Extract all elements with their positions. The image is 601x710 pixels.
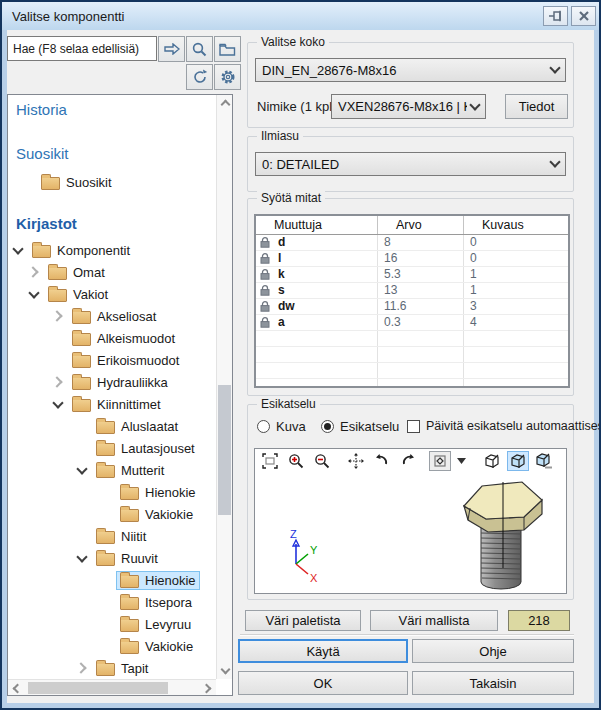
table-row[interactable]: a0.34: [256, 315, 568, 331]
pin-button[interactable]: [543, 6, 568, 26]
chevron-expanded-icon[interactable]: [24, 292, 44, 297]
column-header: Kuvaus: [464, 216, 568, 234]
esikatselu-radio[interactable]: [321, 420, 334, 433]
zoom-in-icon[interactable]: [285, 451, 307, 471]
scroll-right-icon[interactable]: [200, 680, 216, 696]
ok-button[interactable]: OK: [238, 671, 408, 695]
tree-section-kirjastot[interactable]: Kirjastot: [16, 215, 77, 232]
size-combobox[interactable]: DIN_EN_28676-M8x16: [255, 58, 566, 82]
chevron-collapsed-icon[interactable]: [48, 312, 68, 320]
chevron-expanded-icon[interactable]: [72, 556, 92, 561]
tree-section-historia[interactable]: Historia: [16, 101, 67, 118]
tree-item-aluslaatat[interactable]: Aluslaatat: [8, 415, 216, 437]
nimike-combobox[interactable]: VXEN28676-M8x16 | Kuusic: [331, 94, 486, 119]
fit-view-icon[interactable]: [259, 451, 281, 471]
vari-paletista-button[interactable]: Väri paletista: [245, 610, 361, 631]
tree-item-hienokie[interactable]: Hienokie: [8, 569, 216, 591]
zoom-out-icon[interactable]: [311, 451, 333, 471]
tree-item-vakiokie[interactable]: Vakiokie: [8, 503, 216, 525]
ilmiasu-value: 0: DETAILED: [262, 157, 547, 172]
tree-item-vakiokie[interactable]: Vakiokie: [8, 635, 216, 657]
tree-item-komponentit[interactable]: Komponentit: [8, 239, 216, 261]
tree-item-ruuvit[interactable]: Ruuvit: [8, 547, 216, 569]
refresh-button[interactable]: [186, 64, 213, 90]
scroll-thumb[interactable]: [218, 385, 231, 515]
tree-item-erikoismuodot[interactable]: Erikoismuodot: [8, 349, 216, 371]
tree-items: KomponentitOmatVakiotAkseliosatAlkeismuo…: [8, 239, 216, 679]
table-row[interactable]: s131: [256, 283, 568, 299]
tree-item-niitit[interactable]: Niitit: [8, 525, 216, 547]
lock-icon: [260, 301, 270, 312]
tree-item-omat[interactable]: Omat: [8, 261, 216, 283]
table-row[interactable]: d80: [256, 235, 568, 251]
pan-icon[interactable]: [345, 451, 367, 471]
search-input[interactable]: [7, 36, 157, 61]
browse-folder-button[interactable]: [214, 36, 241, 62]
cube-shadow-icon[interactable]: [533, 451, 555, 471]
tree-item-akseliosat[interactable]: Akseliosat: [8, 305, 216, 327]
cell-muuttuja: l: [274, 251, 378, 266]
scroll-up-icon[interactable]: [217, 95, 233, 111]
tree-item-suosikit[interactable]: Suosikit: [8, 171, 216, 193]
vari-mallista-button[interactable]: Väri mallista: [370, 610, 498, 631]
chevron-collapsed-icon[interactable]: [48, 378, 68, 386]
ilmiasu-combobox[interactable]: 0: DETAILED: [255, 152, 566, 176]
chevron-expanded-icon[interactable]: [48, 402, 68, 407]
search-button[interactable]: [186, 36, 213, 62]
group-label: Esikatselu: [257, 397, 320, 411]
tree-vertical-scrollbar[interactable]: [216, 95, 232, 679]
tree-item-kiinnittimet[interactable]: Kiinnittimet: [8, 393, 216, 415]
color-swatch[interactable]: 218: [508, 610, 570, 631]
cell-muuttuja: a: [274, 315, 378, 330]
preview-canvas[interactable]: Z Y X: [256, 472, 565, 592]
separator: [240, 634, 574, 636]
tree-item-label: Vakiot: [73, 287, 108, 302]
tree-item-label: Niitit: [121, 529, 146, 544]
chevron-collapsed-icon[interactable]: [72, 664, 92, 672]
close-button[interactable]: [571, 6, 596, 26]
rotate-cw-icon[interactable]: [397, 451, 419, 471]
tree-item-hienokie[interactable]: Hienokie: [8, 481, 216, 503]
folder-icon: [72, 377, 91, 390]
svg-text:Y: Y: [310, 544, 318, 556]
cube-shaded-icon[interactable]: [507, 451, 529, 471]
chevron-expanded-icon[interactable]: [8, 248, 28, 253]
table-row[interactable]: dw11.63: [256, 299, 568, 315]
size-value: DIN_EN_28676-M8x16: [262, 63, 547, 78]
tree-section-suosikit[interactable]: Suosikit: [16, 145, 69, 162]
gear-icon: [220, 69, 236, 85]
table-row[interactable]: l160: [256, 251, 568, 267]
tiedot-button[interactable]: Tiedot: [505, 94, 568, 119]
scroll-down-icon[interactable]: [217, 663, 233, 679]
tree-item-alkeismuodot[interactable]: Alkeismuodot: [8, 327, 216, 349]
cell-arvo: 13: [378, 283, 464, 298]
ohje-button[interactable]: Ohje: [412, 639, 574, 663]
svg-text:Z: Z: [290, 528, 297, 540]
tree-item-mutterit[interactable]: Mutterit: [8, 459, 216, 481]
cube-wireframe-icon[interactable]: [481, 451, 503, 471]
cell-kuvaus: 0: [464, 251, 568, 266]
takaisin-button[interactable]: Takaisin: [412, 671, 574, 695]
tree-item-vakiot[interactable]: Vakiot: [8, 283, 216, 305]
kayta-button[interactable]: Käytä: [238, 639, 408, 663]
scroll-thumb[interactable]: [28, 682, 168, 694]
tree-item-hydrauliikka[interactable]: Hydrauliikka: [8, 371, 216, 393]
kuva-radio[interactable]: [257, 420, 270, 433]
scroll-left-icon[interactable]: [8, 680, 24, 696]
tree-horizontal-scrollbar[interactable]: [8, 679, 216, 695]
search-go-button[interactable]: [158, 36, 185, 62]
chevron-expanded-icon[interactable]: [72, 468, 92, 473]
close-icon: [579, 11, 589, 21]
paivita-checkbox[interactable]: [407, 420, 420, 433]
settings-button[interactable]: [214, 64, 241, 90]
dropdown-arrow-icon[interactable]: [455, 451, 467, 471]
tree-item-itsepora[interactable]: Itsepora: [8, 591, 216, 613]
tree-item-levyruu[interactable]: Levyruu: [8, 613, 216, 635]
table-row[interactable]: k5.31: [256, 267, 568, 283]
rotate-ccw-icon[interactable]: [371, 451, 393, 471]
view-orientation-icon[interactable]: [429, 451, 451, 471]
cell-kuvaus: 1: [464, 267, 568, 282]
chevron-collapsed-icon[interactable]: [24, 268, 44, 276]
tree-item-tapit[interactable]: Tapit: [8, 657, 216, 679]
tree-item-lautasjouset[interactable]: Lautasjouset: [8, 437, 216, 459]
